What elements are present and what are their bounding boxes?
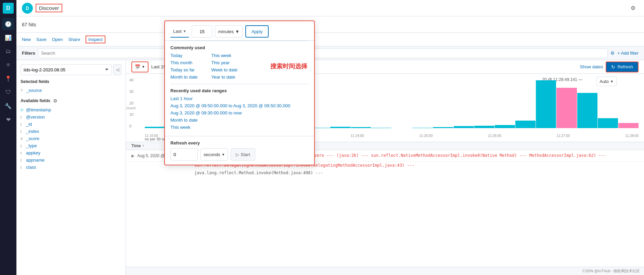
field-name-appname[interactable]: appname bbox=[26, 157, 121, 163]
calendar-icon: 📅 bbox=[135, 64, 140, 69]
chart-bar bbox=[515, 121, 536, 128]
picker-value-input[interactable] bbox=[192, 25, 212, 38]
footer-text: CSDN @IoTHub · 物联网技术社区 bbox=[582, 269, 640, 274]
link-this-week-recent[interactable]: This week bbox=[170, 125, 309, 130]
picker-last-chevron: ▼ bbox=[183, 29, 186, 33]
gear-settings-icon[interactable]: ⚙ bbox=[610, 51, 615, 56]
nav-icon-list[interactable]: ≡ bbox=[2, 59, 14, 71]
field-item-id: t _id bbox=[21, 121, 121, 128]
results-list: ▶ Aug 5, 2020 @ 11:2... ---$$$---错误日志！ j… bbox=[126, 150, 644, 267]
link-month-to-date[interactable]: Month to date bbox=[170, 74, 198, 80]
field-name-score[interactable]: _score bbox=[26, 136, 121, 141]
picker-col-left: Today This month Today so far Month to d… bbox=[170, 53, 198, 80]
app-logo[interactable]: D bbox=[3, 3, 14, 14]
open-button[interactable]: Open bbox=[52, 36, 63, 43]
result-extra-line2: java.lang.reflect.Method.invoke(Method.j… bbox=[126, 169, 644, 177]
top-bar: D Discover ⚙ bbox=[16, 0, 644, 16]
add-filter-button[interactable]: + Add filter bbox=[617, 51, 639, 56]
settings-icon[interactable]: ⚙ bbox=[628, 3, 639, 14]
field-item-class: t class bbox=[21, 164, 121, 171]
link-aug3-range2[interactable]: Aug 3, 2020 @ 09:30:00.000 to now bbox=[170, 110, 309, 115]
refresh-value-input[interactable] bbox=[170, 148, 198, 161]
new-button[interactable]: New bbox=[22, 36, 31, 43]
calendar-selector[interactable]: 📅 ▼ bbox=[131, 61, 149, 72]
apply-button[interactable]: Apply bbox=[245, 25, 269, 38]
user-avatar[interactable]: D bbox=[22, 3, 33, 14]
picker-last-select[interactable]: Last ▼ bbox=[170, 25, 189, 38]
nav-icon-location[interactable]: 📍 bbox=[2, 72, 14, 85]
available-fields-settings-icon[interactable]: ⚙ bbox=[53, 98, 57, 104]
picker-units-chevron: ▼ bbox=[235, 29, 240, 34]
refresh-icon: ↻ bbox=[611, 64, 615, 70]
action-bar: New Save Open Share Inspect bbox=[16, 33, 644, 46]
chart-bar bbox=[330, 127, 350, 128]
field-name-source[interactable]: _source bbox=[26, 88, 121, 93]
field-item-index: t _index bbox=[21, 128, 121, 135]
row-expand-icon[interactable]: ▶ bbox=[131, 153, 134, 158]
link-aug3-range1[interactable]: Aug 3, 2020 @ 09:50:00.000 to Aug 3, 202… bbox=[170, 103, 309, 108]
share-button[interactable]: Share bbox=[68, 36, 80, 43]
footer: CSDN @IoTHub · 物联网技术社区 bbox=[126, 267, 644, 275]
field-item-source: ? _source bbox=[21, 87, 121, 94]
field-name-index[interactable]: _index bbox=[26, 129, 121, 134]
link-today[interactable]: Today bbox=[170, 53, 198, 58]
chart-bar bbox=[577, 93, 597, 128]
nav-icon-heart[interactable]: ❤ bbox=[2, 113, 14, 126]
nav-icon-chart[interactable]: 📊 bbox=[2, 31, 14, 44]
nav-icon-files[interactable]: 🗂 bbox=[2, 45, 14, 57]
chart-bar bbox=[145, 127, 165, 128]
link-last-1-hour[interactable]: Last 1 hour bbox=[170, 96, 309, 101]
refresh-units-dropdown[interactable]: seconds ▼ bbox=[201, 148, 228, 161]
picker-col-right: This week This year Week to date Year to… bbox=[211, 53, 237, 80]
refresh-controls: seconds ▼ ▷ Start bbox=[170, 148, 309, 161]
nav-icon-shield[interactable]: 🛡 bbox=[2, 86, 14, 98]
show-dates-button[interactable]: Show dates bbox=[580, 64, 603, 69]
chart-bar-pink2 bbox=[618, 123, 639, 128]
link-this-month[interactable]: This month bbox=[170, 60, 198, 65]
app-title: Discover bbox=[36, 4, 62, 12]
filters-bar: Filters ⚙ + Add filter bbox=[16, 46, 644, 60]
start-icon: ▷ bbox=[236, 152, 239, 157]
selected-fields-title: Selected fields bbox=[21, 79, 121, 84]
sidebar: iids-log-2-2020.08.05 ◁ Selected fields … bbox=[16, 60, 126, 275]
link-week-to-date[interactable]: Week to date bbox=[211, 67, 237, 72]
refresh-every-section: Refresh every seconds ▼ ▷ Start bbox=[165, 136, 314, 165]
field-item-appname: t appname bbox=[21, 156, 121, 164]
field-name-version[interactable]: @version bbox=[26, 114, 121, 120]
inspect-button[interactable]: Inspect bbox=[86, 36, 105, 43]
annotation-text: 搜索时间选择 bbox=[270, 62, 307, 70]
link-this-year[interactable]: This year bbox=[211, 60, 237, 65]
commonly-used-title: Commonly used bbox=[170, 45, 309, 50]
field-type-source: ? bbox=[21, 88, 24, 93]
link-year-to-date[interactable]: Year to date bbox=[211, 74, 237, 80]
field-name-type[interactable]: _type bbox=[26, 143, 121, 148]
chart-bar bbox=[412, 128, 433, 128]
refresh-button[interactable]: ↻ Refresh bbox=[606, 61, 639, 72]
save-button[interactable]: Save bbox=[36, 36, 47, 43]
link-month-to-date-recent[interactable]: Month to date bbox=[170, 118, 309, 123]
chart-bar bbox=[474, 126, 494, 128]
recently-used-section: Recently used date ranges Last 1 hour Au… bbox=[165, 84, 314, 136]
field-name-class[interactable]: class bbox=[26, 165, 121, 170]
chart-bar bbox=[371, 128, 391, 128]
recently-used-title: Recently used date ranges bbox=[170, 88, 309, 93]
available-fields-title: Available fields bbox=[21, 98, 50, 103]
nav-icon-clock[interactable]: 🕐 bbox=[2, 18, 14, 30]
nav-icon-tools[interactable]: 🔧 bbox=[2, 100, 14, 112]
index-selector: iids-log-2-2020.08.05 ◁ bbox=[21, 64, 121, 75]
chart-y-axis: 40 30 20 10 0 bbox=[129, 78, 133, 128]
refresh-every-title: Refresh every bbox=[170, 140, 309, 146]
link-this-week[interactable]: This week bbox=[211, 53, 237, 58]
link-today-so-far[interactable]: Today so far bbox=[170, 67, 198, 72]
start-button[interactable]: ▷ Start bbox=[231, 148, 255, 161]
field-name-timestamp[interactable]: @timestamp bbox=[26, 107, 121, 112]
field-name-id[interactable]: _id bbox=[26, 122, 121, 127]
chart-y-label: Count bbox=[126, 106, 136, 110]
field-name-appkey[interactable]: appkey bbox=[26, 150, 121, 155]
search-input[interactable] bbox=[38, 49, 608, 58]
index-dropdown[interactable]: iids-log-2-2020.08.05 bbox=[21, 64, 112, 75]
hits-count: 67 hits bbox=[22, 22, 36, 27]
field-item-timestamp: © @timestamp bbox=[21, 106, 121, 113]
index-arrow-button[interactable]: ◁ bbox=[113, 64, 121, 75]
picker-units-select[interactable]: minutes ▼ bbox=[215, 25, 242, 38]
